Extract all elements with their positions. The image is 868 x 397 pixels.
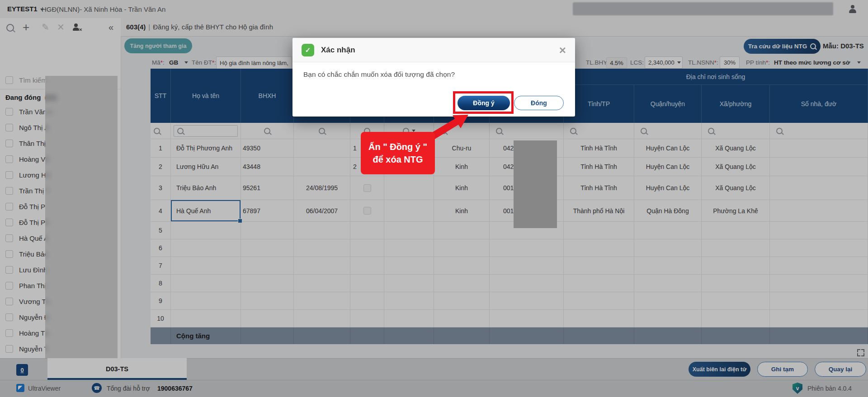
dialog-header: ✓ Xác nhận × [292,38,575,62]
annotation-line2: để xóa NTG [361,153,435,166]
annotation-highlight-box [453,91,514,114]
dialog-title: Xác nhận [321,46,355,55]
close-button[interactable]: Đóng [514,96,564,110]
app-window: EYTEST1 HGĐ(NLNN)- Xã Ninh Hòa - Trần Vă… [0,0,868,397]
annotation-line1: Ấn " Đồng ý " [361,140,435,153]
dialog-close-icon[interactable]: × [559,46,566,55]
confirm-dialog: ✓ Xác nhận × Bạn có chắc chắn muốn xóa đ… [292,38,575,117]
success-check-icon: ✓ [302,44,314,56]
annotation-callout: Ấn " Đồng ý " để xóa NTG [361,132,435,174]
dialog-message: Bạn có chắc chắn muốn xóa đối tượng đã c… [303,70,455,79]
